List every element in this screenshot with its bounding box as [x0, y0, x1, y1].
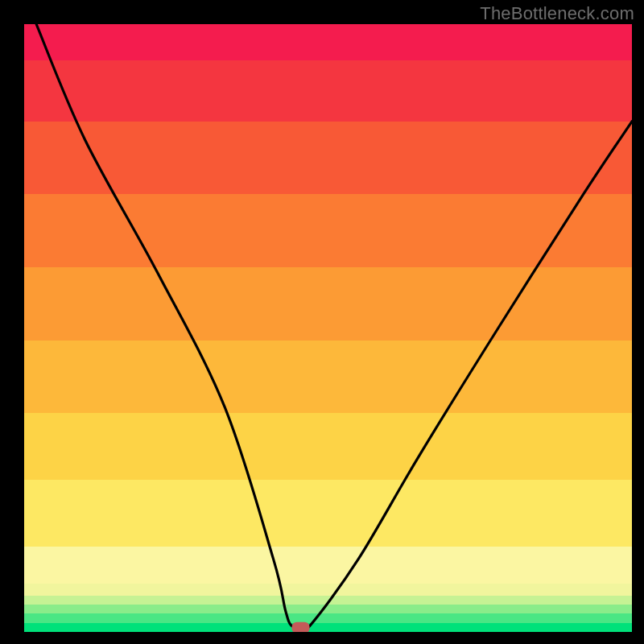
watermark-label: TheBottleneck.com	[480, 3, 634, 24]
bottleneck-chart	[24, 24, 632, 632]
chart-frame: TheBottleneck.com	[0, 0, 644, 644]
plot-area	[24, 24, 632, 632]
optimal-marker	[292, 622, 310, 632]
gradient-background	[24, 24, 632, 632]
